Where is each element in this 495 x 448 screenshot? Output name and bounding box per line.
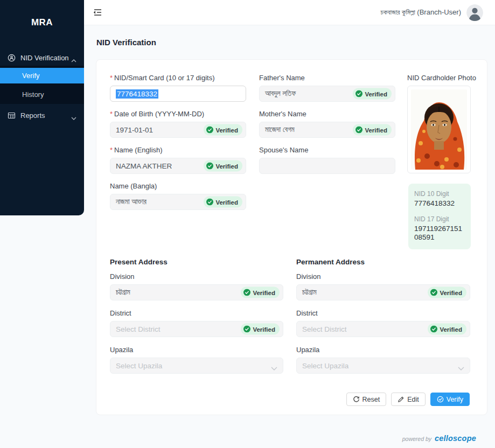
name-en-input[interactable]: NAZMA AKTHER Verified <box>110 158 246 174</box>
sidebar-item-history[interactable]: History <box>0 87 84 102</box>
menu-fold-icon[interactable] <box>93 8 103 17</box>
form-column-2: Father's Name আবদুল লতিফ Verified Mother… <box>259 74 395 182</box>
present-division-field: Division চট্টগ্রাম Verified <box>110 272 283 300</box>
district-placeholder: Select District <box>116 325 161 333</box>
portrait-photo-illustration <box>411 89 467 170</box>
sidebar-item-label: Reports <box>20 111 45 120</box>
permanent-address-section: Permanent Address Division চট্টগ্রাম Ver… <box>296 258 470 382</box>
verified-badge: Verified <box>353 88 392 100</box>
required-mark: * <box>110 146 113 154</box>
field-father: Father's Name আবদুল লতিফ Verified <box>259 74 395 102</box>
required-mark: * <box>110 74 113 82</box>
father-label: Father's Name <box>259 74 395 82</box>
present-district-field: District Select District Verified <box>110 309 283 337</box>
field-dob: *Date of Birth (YYYY-MM-DD) 1971-01-01 V… <box>110 110 246 138</box>
check-circle-icon <box>243 326 250 333</box>
field-spouse: Spouse's Name <box>259 146 395 174</box>
permanent-address-title: Permanent Address <box>296 258 470 266</box>
check-circle-icon <box>355 127 362 134</box>
nid-17-label: NID 17 Digit <box>414 215 465 223</box>
chevron-down-icon <box>458 364 464 368</box>
permanent-district-select[interactable]: Select District Verified <box>296 321 470 337</box>
chevron-down-icon <box>71 114 76 117</box>
nid-input-value: 7776418332 <box>116 89 158 99</box>
father-input[interactable]: আবদুল লতিফ Verified <box>259 86 395 102</box>
permanent-district-field: District Select District Verified <box>296 309 470 337</box>
mother-input[interactable]: মাজেদা বেগম Verified <box>259 122 395 138</box>
district-label: District <box>110 309 283 318</box>
check-circle-icon <box>243 289 250 296</box>
reset-button[interactable]: Reset <box>346 393 387 406</box>
spouse-label: Spouse's Name <box>259 146 395 155</box>
name-en-label: *Name (English) <box>110 146 246 155</box>
father-value: আবদুল লতিফ <box>265 89 296 98</box>
sidebar-item-reports[interactable]: Reports <box>0 107 84 123</box>
celloscope-logo: celloscope <box>435 434 476 443</box>
dob-input[interactable]: 1971-01-01 Verified <box>110 122 246 138</box>
field-nid: *NID/Smart Card (10 or 17 digits) 777641… <box>110 74 246 102</box>
page-title: NID Verification <box>96 38 156 47</box>
verified-badge: Verified <box>428 287 466 298</box>
sidebar-item-nid-verification[interactable]: NID Verification <box>0 50 84 66</box>
pencil-icon <box>398 396 405 403</box>
check-circle-icon <box>430 289 437 296</box>
name-bn-input[interactable]: নাজমা আক্তার Verified <box>110 194 246 210</box>
permanent-division-field: Division চট্টগ্রাম Verified <box>296 272 470 300</box>
check-circle-icon <box>355 90 362 97</box>
nid-input[interactable]: 7776418332 <box>110 86 246 102</box>
sidebar: MRA NID Verification Verify History <box>0 0 84 215</box>
form-column-1: *NID/Smart Card (10 or 17 digits) 777641… <box>110 74 246 218</box>
verify-button[interactable]: Verify <box>430 393 470 406</box>
nid-17-group: NID 17 Digit 19711926715108591 <box>414 215 465 242</box>
nid-10-value: 7776418332 <box>414 199 465 208</box>
user-menu[interactable]: চকবাজার কুমিল্লা (Branch-User) <box>381 4 483 21</box>
division-value: চট্টগ্রাম <box>116 288 130 297</box>
check-circle-icon <box>430 326 437 333</box>
app-logo: MRA <box>0 0 84 30</box>
nid-digits-panel: NID 10 Digit 7776418332 NID 17 Digit 197… <box>408 184 471 249</box>
nid-10-group: NID 10 Digit 7776418332 <box>414 190 465 208</box>
reload-icon <box>353 396 360 403</box>
user-name: চকবাজার কুমিল্লা (Branch-User) <box>381 8 461 17</box>
upazila-label: Upazila <box>110 346 283 354</box>
name-bn-value: নাজমা আক্তার <box>116 198 147 206</box>
permanent-division-input[interactable]: চট্টগ্রাম Verified <box>296 284 470 300</box>
photo-label: NID Cardholder Photo <box>407 74 471 82</box>
division-label: Division <box>110 272 283 281</box>
present-address-section: Present Address Division চট্টগ্রাম Verif… <box>110 258 283 382</box>
table-icon <box>8 111 16 120</box>
id-badge-icon <box>8 54 16 62</box>
dob-label: *Date of Birth (YYYY-MM-DD) <box>110 110 246 118</box>
permanent-upazila-select[interactable]: Select Upazila <box>296 358 470 374</box>
avatar[interactable] <box>466 4 483 21</box>
sidebar-menu: NID Verification Verify History Reports <box>0 50 84 123</box>
field-mother: Mother's Name মাজেদা বেগম Verified <box>259 110 395 138</box>
verified-badge: Verified <box>241 287 280 298</box>
present-upazila-select[interactable]: Select Upazila <box>110 358 283 374</box>
nid-17-value: 19711926715108591 <box>414 225 465 242</box>
present-address-title: Present Address <box>110 258 283 266</box>
verified-badge: Verified <box>241 324 280 335</box>
permanent-upazila-field: Upazila Select Upazila <box>296 346 470 374</box>
verified-badge: Verified <box>428 324 466 335</box>
district-placeholder: Select District <box>302 325 347 333</box>
powered-by-text: powered by <box>402 436 431 442</box>
edit-button[interactable]: Edit <box>391 393 426 406</box>
present-district-select[interactable]: Select District Verified <box>110 321 283 337</box>
nid-label: *NID/Smart Card (10 or 17 digits) <box>110 74 246 82</box>
nid-verification-card: *NID/Smart Card (10 or 17 digits) 777641… <box>96 59 487 415</box>
verified-badge: Verified <box>204 160 242 172</box>
required-mark: * <box>110 110 113 118</box>
footer: powered by celloscope <box>402 434 476 443</box>
name-en-value: NAZMA AKTHER <box>116 162 172 170</box>
check-circle-icon <box>206 127 213 134</box>
verified-badge: Verified <box>353 124 392 136</box>
present-division-input[interactable]: চট্টগ্রাম Verified <box>110 284 283 300</box>
check-circle-icon <box>437 396 444 403</box>
sidebar-item-verify[interactable]: Verify <box>0 68 84 83</box>
form-column-3: NID Cardholder Photo <box>407 74 471 173</box>
field-name-en: *Name (English) NAZMA AKTHER Verified <box>110 146 246 174</box>
dob-value: 1971-01-01 <box>116 126 153 134</box>
division-label: Division <box>296 272 470 281</box>
spouse-input[interactable] <box>259 158 395 174</box>
